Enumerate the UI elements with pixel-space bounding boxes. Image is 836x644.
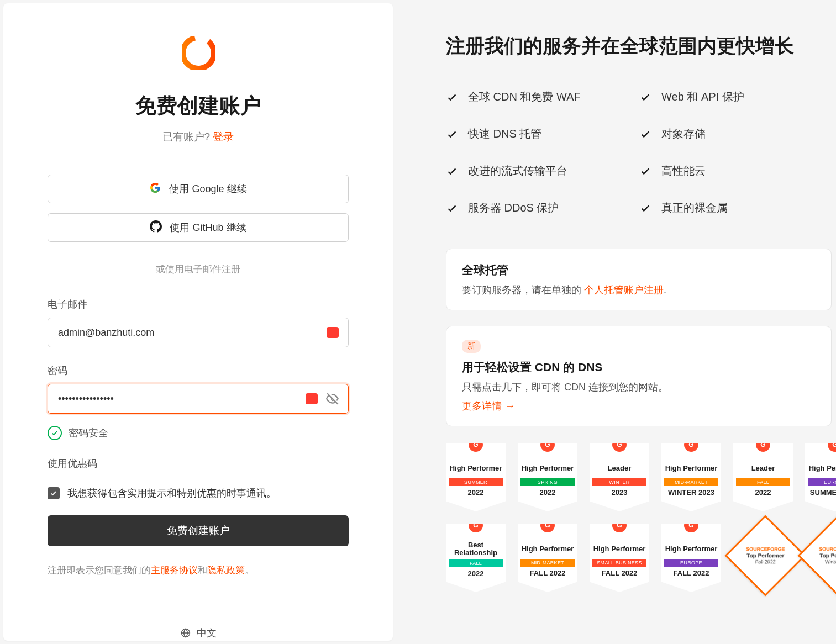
google-oauth-label: 使用 Google 继续 xyxy=(169,182,246,196)
award-year: FALL 2022 xyxy=(590,569,649,577)
oauth-section: 使用 Google 继续 使用 GitHub 继续 xyxy=(48,175,349,252)
email-label: 电子邮件 xyxy=(48,298,349,311)
g2-award-badge: GLeaderWINTER2023 xyxy=(590,443,649,511)
g2-logo-icon: G xyxy=(469,437,483,452)
award-ribbon: FALL xyxy=(449,559,502,567)
login-link[interactable]: 登录 xyxy=(213,131,234,142)
feature-item: 对象存储 xyxy=(639,126,836,141)
check-icon xyxy=(446,128,458,140)
award-year: 2022 xyxy=(733,488,793,497)
award-ribbon: SUMMER xyxy=(449,478,502,486)
award-ribbon: SPRING xyxy=(520,478,574,486)
or-divider: 或使用电子邮件注册 xyxy=(156,263,240,276)
award-title: High Performer xyxy=(661,461,721,476)
awards-row-1: GHigh PerformerSUMMER2022GHigh Performer… xyxy=(446,443,836,511)
feature-item: 全球 CDN 和免费 WAF xyxy=(446,89,639,104)
g2-logo-icon: G xyxy=(540,437,555,452)
hosting-card-text: 要订购服务器，请在单独的 个人托管账户注册. xyxy=(462,283,816,297)
award-ribbon: Europe xyxy=(664,559,718,567)
dns-card-title: 用于轻松设置 CDN 的 DNS xyxy=(462,360,816,375)
brand-logo xyxy=(182,36,215,70)
toggle-password-visibility-button[interactable] xyxy=(324,390,341,407)
sourceforge-award-badge: SOURCEFORGETop PerformerFall 2022 xyxy=(724,515,806,596)
check-icon xyxy=(639,128,651,140)
feature-item: 高性能云 xyxy=(639,163,836,178)
g2-logo-icon: G xyxy=(469,518,483,532)
hosting-card: 全球托管 要订购服务器，请在单独的 个人托管账户注册. xyxy=(446,249,832,310)
award-title: High Performer xyxy=(446,461,506,476)
feature-item: Web 和 API 保护 xyxy=(639,89,836,104)
feature-item: 快速 DNS 托管 xyxy=(446,126,639,141)
g2-award-badge: GLeaderFALL2022 xyxy=(733,443,793,511)
award-year: 2022 xyxy=(446,569,506,578)
svg-point-0 xyxy=(182,36,215,70)
feature-label: 改进的流式传输平台 xyxy=(468,163,567,178)
language-selector[interactable]: 中文 xyxy=(180,626,217,640)
award-ribbon: Mid-Market xyxy=(664,478,718,486)
promo-code-link[interactable]: 使用优惠码 xyxy=(48,457,349,470)
feature-item: 改进的流式传输平台 xyxy=(446,163,639,178)
newsletter-label: 我想获得包含实用提示和特别优惠的时事通讯。 xyxy=(67,487,276,500)
password-manager-icon[interactable] xyxy=(306,393,318,404)
google-icon xyxy=(149,182,161,197)
awards-row-2: GBest RelationshipFALL2022GHigh Performe… xyxy=(446,524,836,592)
g2-award-badge: GHigh PerformerEuropeFALL 2022 xyxy=(661,524,721,592)
award-year: FALL 2022 xyxy=(661,569,721,577)
award-year: 2022 xyxy=(518,488,577,497)
g2-logo-icon: G xyxy=(540,518,555,532)
feature-label: 快速 DNS 托管 xyxy=(468,126,541,141)
password-strength: 密码安全 xyxy=(48,426,349,440)
award-year: Winter 2023 xyxy=(819,559,836,565)
g2-award-badge: GHigh PerformerMid-MarketFALL 2022 xyxy=(518,524,577,592)
dns-card: 新 用于轻松设置 CDN 的 DNS 只需点击几下，即可将 CDN 连接到您的网… xyxy=(446,326,832,426)
feature-label: 高性能云 xyxy=(661,163,706,178)
newsletter-checkbox[interactable] xyxy=(48,487,60,499)
tos-link[interactable]: 主服务协议 xyxy=(151,565,198,576)
hosting-signup-link[interactable]: 个人托管账户注册 xyxy=(584,284,664,295)
hero-heading: 注册我们的服务并在全球范围内更快增长 xyxy=(446,33,836,59)
award-title: High Performer xyxy=(805,461,836,476)
password-label: 密码 xyxy=(48,364,349,377)
award-ribbon: FALL xyxy=(736,478,790,486)
g2-logo-icon: G xyxy=(684,437,698,452)
award-year: Fall 2022 xyxy=(746,559,785,565)
g2-award-badge: GHigh PerformerSPRING2022 xyxy=(518,443,577,511)
feature-list: 全球 CDN 和免费 WAFWeb 和 API 保护快速 DNS 托管对象存储改… xyxy=(446,89,836,215)
password-input[interactable] xyxy=(48,384,349,414)
signup-panel: 免费创建账户 已有账户? 登录 使用 Google 继续 使用 GitHub 继… xyxy=(3,3,393,641)
globe-icon xyxy=(180,627,191,638)
g2-logo-icon: G xyxy=(756,437,770,452)
arrow-right-icon: → xyxy=(505,400,515,412)
github-oauth-button[interactable]: 使用 GitHub 继续 xyxy=(48,213,349,242)
hosting-card-title: 全球托管 xyxy=(462,262,816,278)
check-icon xyxy=(639,165,651,177)
g2-logo-icon: G xyxy=(612,437,627,452)
g2-award-badge: GHigh PerformerEuropeSUMMER 2022 xyxy=(805,443,836,511)
dns-more-link[interactable]: 更多详情 → xyxy=(462,399,515,413)
feature-label: 对象存储 xyxy=(661,126,706,141)
privacy-link[interactable]: 隐私政策 xyxy=(207,565,245,576)
feature-label: 真正的裸金属 xyxy=(661,200,728,215)
award-title: Leader xyxy=(733,461,793,476)
newsletter-row: 我想获得包含实用提示和特别优惠的时事通讯。 xyxy=(48,487,349,500)
award-year: FALL 2022 xyxy=(518,569,577,577)
legal-footer: 注册即表示您同意我们的主服务协议和隐私政策。 xyxy=(48,564,349,577)
feature-label: 全球 CDN 和免费 WAF xyxy=(468,89,581,104)
google-oauth-button[interactable]: 使用 Google 继续 xyxy=(48,175,349,203)
password-manager-icon[interactable] xyxy=(327,327,339,338)
submit-button[interactable]: 免费创建账户 xyxy=(48,515,349,546)
email-input[interactable] xyxy=(48,318,349,347)
g2-award-badge: GBest RelationshipFALL2022 xyxy=(446,524,506,592)
g2-award-badge: GHigh PerformerSmall BusinessFALL 2022 xyxy=(590,524,649,592)
page-title: 免费创建账户 xyxy=(135,92,261,120)
github-icon xyxy=(150,220,162,235)
award-title: Top Performer xyxy=(819,552,836,559)
marketing-panel: 注册我们的服务并在全球范围内更快增长 全球 CDN 和免费 WAFWeb 和 A… xyxy=(396,0,836,644)
password-strength-label: 密码安全 xyxy=(69,426,108,440)
feature-item: 服务器 DDoS 保护 xyxy=(446,200,639,215)
award-year: 2022 xyxy=(446,488,506,497)
g2-award-badge: GHigh PerformerSUMMER2022 xyxy=(446,443,506,511)
award-title: Leader xyxy=(590,461,649,476)
award-ribbon: Europe xyxy=(808,478,836,486)
check-icon xyxy=(639,202,651,214)
